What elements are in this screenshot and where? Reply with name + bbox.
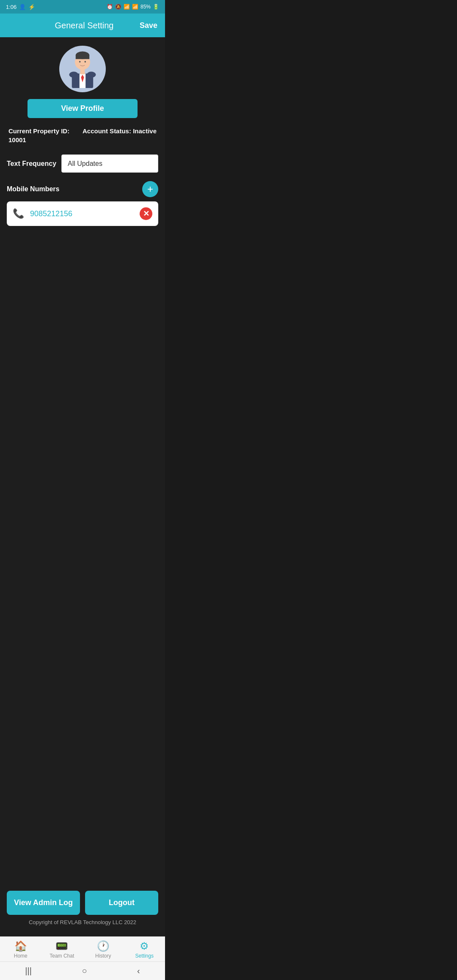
mute-icon: 🔕	[115, 4, 121, 10]
alarm-icon: ⏰	[107, 4, 113, 10]
phone-card: 📞 9085212156 ✕	[7, 201, 158, 226]
wifi-icon: 📶	[124, 4, 130, 10]
battery-icon: 🔋	[153, 4, 159, 10]
property-info: Current Property ID: 10001	[8, 127, 69, 144]
android-menu-button[interactable]: |||	[25, 966, 32, 976]
nav-item-teamchat[interactable]: 📟 Team Chat	[41, 940, 83, 959]
text-frequency-select[interactable]: All Updates Daily Summary Weekly Summary…	[61, 154, 158, 173]
info-row: Current Property ID: 10001 Account Statu…	[7, 127, 158, 144]
mobile-numbers-row: Mobile Numbers +	[7, 181, 158, 197]
nav-home-label: Home	[14, 953, 28, 959]
bottom-nav: 🏠 Home 📟 Team Chat 🕐 History ⚙ Settings	[0, 936, 165, 961]
nav-item-history[interactable]: 🕐 History	[83, 940, 124, 959]
copyright: Copyright of REVLAB Technology LLC 2022	[29, 919, 136, 925]
svg-rect-8	[80, 69, 85, 74]
action-buttons: View Admin Log Logout	[7, 891, 158, 915]
nav-item-home[interactable]: 🏠 Home	[0, 940, 41, 959]
status-bar: 1:06 👤 ⚡ ⏰ 🔕 📶 📶 85% 🔋	[0, 0, 165, 14]
teamchat-icon: 📟	[55, 940, 68, 952]
nav-teamchat-label: Team Chat	[50, 953, 74, 959]
signal-icon: ⚡	[28, 4, 35, 10]
page-title: General Setting	[29, 21, 140, 30]
status-right: ⏰ 🔕 📶 📶 85% 🔋	[107, 4, 159, 10]
svg-rect-2	[76, 55, 89, 59]
svg-point-10	[85, 61, 86, 63]
home-icon: 🏠	[14, 940, 27, 952]
svg-point-7	[87, 72, 96, 77]
phone-icon: 📞	[13, 208, 24, 219]
battery: 85%	[140, 4, 151, 10]
mobile-numbers-label: Mobile Numbers	[7, 185, 59, 193]
svg-point-6	[69, 72, 79, 77]
app-header: General Setting Save	[0, 14, 165, 37]
time: 1:06	[6, 4, 17, 10]
history-icon: 🕐	[97, 940, 110, 952]
account-status-label: Account Status: Inactive	[83, 127, 157, 135]
property-id: 10001	[8, 136, 26, 143]
account-status: Account Status: Inactive	[83, 127, 157, 144]
nav-history-label: History	[95, 953, 111, 959]
user-icon: 👤	[19, 4, 26, 10]
remove-phone-button[interactable]: ✕	[140, 207, 152, 220]
signal-bars-icon: 📶	[132, 4, 138, 10]
view-profile-button[interactable]: View Profile	[28, 99, 138, 118]
text-frequency-row: Text Frequency All Updates Daily Summary…	[7, 154, 158, 173]
property-label: Current Property ID:	[8, 127, 69, 135]
nav-settings-label: Settings	[135, 953, 154, 959]
phone-number-value: 9085212156	[30, 209, 72, 218]
android-back-button[interactable]: ‹	[137, 966, 140, 976]
android-nav: ||| ○ ‹	[0, 961, 165, 980]
logout-button[interactable]: Logout	[85, 891, 158, 915]
settings-icon: ⚙	[140, 940, 149, 952]
main-content: View Profile Current Property ID: 10001 …	[0, 37, 165, 936]
text-frequency-label: Text Frequency	[7, 160, 56, 168]
phone-number: 9085212156	[30, 209, 134, 218]
nav-item-settings[interactable]: ⚙ Settings	[124, 940, 165, 959]
save-button[interactable]: Save	[140, 21, 157, 30]
add-mobile-number-button[interactable]: +	[142, 181, 158, 197]
status-left: 1:06 👤 ⚡	[6, 4, 35, 10]
view-admin-log-button[interactable]: View Admin Log	[7, 891, 80, 915]
svg-point-9	[79, 61, 81, 63]
avatar	[59, 46, 106, 92]
android-home-button[interactable]: ○	[82, 966, 87, 976]
